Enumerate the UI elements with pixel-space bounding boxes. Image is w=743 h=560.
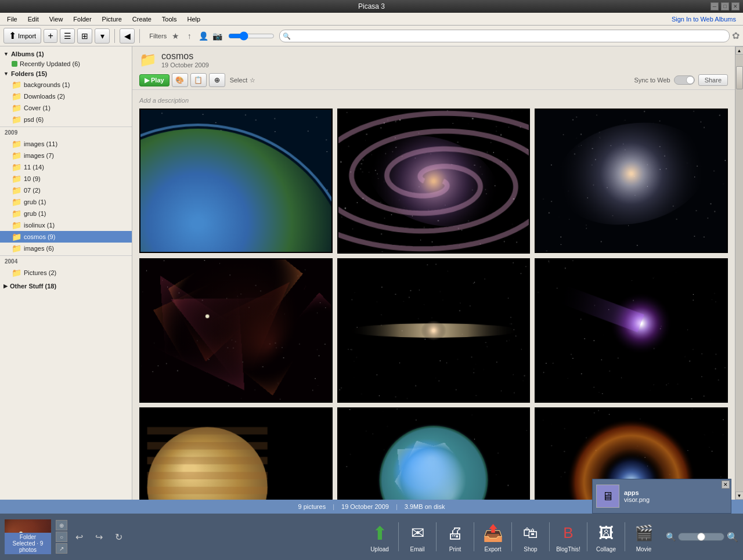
- year-2009-divider: 2009: [0, 127, 132, 138]
- scroll-track[interactable]: [735, 55, 744, 492]
- minimize-button[interactable]: ─: [710, 2, 719, 10]
- folder-isolinux[interactable]: 📁 isolinux (1): [0, 219, 132, 231]
- cosmos-description[interactable]: Add a description: [132, 95, 735, 109]
- folder-cover[interactable]: 📁 Cover (1): [0, 102, 132, 114]
- cosmos-photo-6[interactable]: [535, 258, 728, 403]
- folder-pictures[interactable]: 📁 Pictures (2): [0, 267, 132, 279]
- remove-button[interactable]: ○: [56, 532, 67, 542]
- play-icon: ▶: [145, 77, 149, 84]
- star-filter[interactable]: ★: [169, 30, 182, 42]
- cosmos-photo-7[interactable]: [139, 407, 333, 500]
- cosmos-tool-1[interactable]: 🎨: [172, 73, 188, 87]
- shop-button[interactable]: 🛍 Shop: [513, 522, 548, 552]
- zoom-controls: 🔍 🔍: [666, 532, 738, 543]
- folder-backgrounds[interactable]: 📁 backgrounds (1): [0, 79, 132, 91]
- person-filter[interactable]: 👤: [197, 30, 210, 42]
- bottom-action-buttons: ⬆ Upload ✉ Email 🖨 Print 📤 Export 🛍 Shop…: [362, 522, 661, 552]
- folder-images-6[interactable]: 📁 images (6): [0, 243, 132, 254]
- add-to-album-button[interactable]: ⊕: [56, 520, 67, 530]
- grid-view-button[interactable]: ⊞: [77, 28, 92, 44]
- albums-arrow: ▼: [3, 51, 9, 57]
- cosmos-photo-3[interactable]: [535, 109, 728, 253]
- undo-button[interactable]: ↩: [70, 528, 88, 546]
- size-slider[interactable]: [228, 31, 275, 41]
- cosmos-folder-header: 📁 cosmos 19 October 2009: [132, 46, 735, 71]
- movie-icon: 🎬: [632, 522, 655, 545]
- popup-close-button[interactable]: ✕: [722, 480, 730, 489]
- blogthis-button[interactable]: B BlogThis!: [551, 522, 586, 552]
- folder-name: 11 (14): [24, 164, 44, 171]
- cosmos-tool-2[interactable]: 📋: [190, 73, 207, 87]
- folder-downloads[interactable]: 📁 Downloads (2): [0, 91, 132, 102]
- menu-tools[interactable]: Tools: [157, 15, 182, 24]
- add-album-button[interactable]: +: [44, 29, 57, 43]
- menu-help[interactable]: Help: [183, 15, 205, 24]
- share-mini-button[interactable]: ↗: [56, 543, 67, 554]
- zoom-in-icon[interactable]: 🔍: [727, 532, 738, 543]
- menu-folder[interactable]: Folder: [68, 15, 96, 24]
- folder-10[interactable]: 📁 10 (9): [0, 173, 132, 185]
- popup-app-icon: 🖥: [602, 490, 614, 503]
- cosmos-photo-8[interactable]: [337, 407, 531, 500]
- cosmos-photo-2[interactable]: [337, 109, 531, 254]
- albums-section-header[interactable]: ▼ Albums (1): [0, 49, 132, 59]
- cosmos-share-button[interactable]: Share: [698, 74, 728, 86]
- select-label: Select: [230, 77, 248, 84]
- folder-grub-1[interactable]: 📁 grub (1): [0, 196, 132, 208]
- folder-cosmos[interactable]: 📁 cosmos (9): [0, 231, 132, 243]
- recently-updated-item[interactable]: Recently Updated (6): [0, 59, 132, 68]
- folder-name: Pictures (2): [24, 269, 56, 276]
- folder-07[interactable]: 📁 07 (2): [0, 185, 132, 196]
- collage-button[interactable]: 🖼 Collage: [589, 522, 623, 552]
- cosmos-photo-5[interactable]: [337, 258, 531, 403]
- redo-button[interactable]: ↪: [89, 528, 108, 546]
- content-scroll[interactable]: 📁 cosmos 19 October 2009 ▶ Play 🎨 📋: [132, 46, 735, 500]
- dropdown-button[interactable]: ▾: [95, 28, 110, 44]
- back-button[interactable]: ◀: [120, 28, 135, 44]
- menu-picture[interactable]: Picture: [98, 15, 127, 24]
- rotate-button[interactable]: ↻: [109, 528, 128, 546]
- scroll-thumb[interactable]: [736, 66, 743, 89]
- folder-images-7[interactable]: 📁 images (7): [0, 150, 132, 161]
- folder-11[interactable]: 📁 11 (14): [0, 161, 132, 173]
- folder-name: Cover (1): [24, 104, 51, 111]
- scroll-up-arrow[interactable]: ▲: [735, 46, 744, 55]
- close-button[interactable]: ✕: [731, 2, 740, 10]
- menu-view[interactable]: View: [45, 15, 68, 24]
- folder-grub-2[interactable]: 📁 grub (1): [0, 208, 132, 219]
- cosmos-tool-3[interactable]: ⊕: [209, 73, 225, 87]
- upload-button[interactable]: ⬆ Upload: [362, 522, 397, 552]
- cosmos-photo-4[interactable]: [139, 258, 333, 403]
- zoom-out-icon[interactable]: 🔍: [666, 532, 676, 541]
- export-button[interactable]: 📤 Export: [475, 522, 510, 552]
- camera-filter[interactable]: 📷: [211, 30, 223, 42]
- main-area: ▼ Albums (1) Recently Updated (6) ▼ Fold…: [0, 46, 743, 500]
- movie-button[interactable]: 🎬 Movie: [626, 522, 661, 552]
- menu-edit[interactable]: Edit: [23, 15, 44, 24]
- search-input[interactable]: [279, 30, 730, 42]
- other-stuff-header[interactable]: ▶ Other Stuff (18): [0, 281, 132, 291]
- cosmos-select[interactable]: Select ☆: [230, 77, 256, 84]
- maximize-button[interactable]: □: [721, 2, 729, 10]
- folders-section-header[interactable]: ▼ Folders (15): [0, 68, 132, 79]
- menu-create[interactable]: Create: [128, 15, 156, 24]
- folder-images-11[interactable]: 📁 images (11): [0, 138, 132, 150]
- cosmos-sync-toggle[interactable]: [674, 75, 695, 85]
- folder-psd[interactable]: 📁 psd (6): [0, 114, 132, 125]
- toolbar-separator-1: [114, 29, 115, 43]
- list-view-button[interactable]: ☰: [60, 28, 75, 44]
- status-size: 3.9MB on disk: [405, 503, 445, 510]
- signin-link[interactable]: Sign In to Web Albums: [672, 16, 741, 23]
- menubar: File Edit View Folder Picture Create Too…: [0, 13, 743, 26]
- import-button[interactable]: ⬆ Import: [3, 28, 41, 44]
- cosmos-photo-1[interactable]: [139, 109, 333, 253]
- scroll-down-arrow[interactable]: ▼: [735, 492, 744, 500]
- shop-label: Shop: [524, 546, 537, 552]
- print-button[interactable]: 🖨 Print: [438, 522, 473, 552]
- menu-file[interactable]: File: [2, 15, 22, 24]
- email-button[interactable]: ✉ Email: [400, 522, 435, 552]
- cosmos-play-button[interactable]: ▶ Play: [139, 74, 169, 86]
- toolbar: ⬆ Import + ☰ ⊞ ▾ ◀ Filters ★ ↑ 👤 📷 ✿: [0, 26, 743, 46]
- upload-filter[interactable]: ↑: [183, 30, 196, 42]
- zoom-slider[interactable]: [678, 533, 724, 541]
